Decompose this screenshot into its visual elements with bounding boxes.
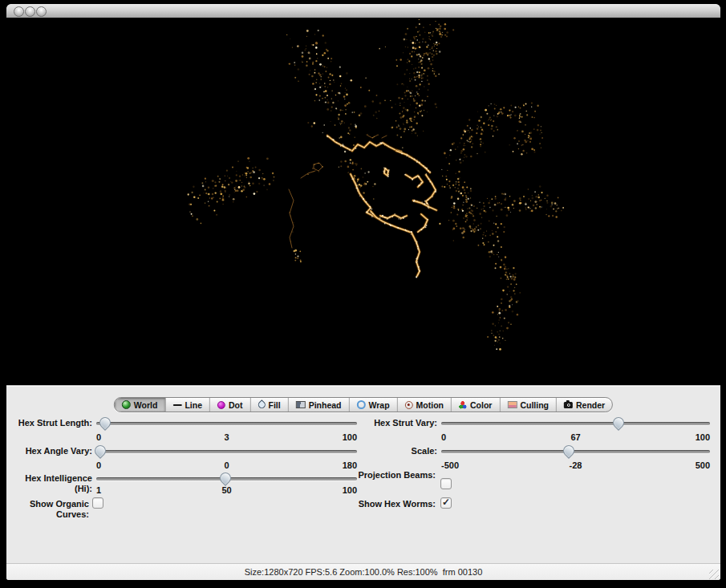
hex-angle-vary-label: Hex Angle Vary: bbox=[6, 446, 92, 456]
tab-label: Render bbox=[576, 400, 605, 410]
slider-max: 180 bbox=[96, 460, 357, 470]
tab-line[interactable]: Line bbox=[165, 398, 210, 412]
hex-strut-vary-slider[interactable] bbox=[441, 422, 710, 425]
projection-beams-checkbox[interactable] bbox=[440, 478, 452, 489]
projection-beams-label: Projection Beams: bbox=[243, 470, 436, 481]
slider-max: 100 bbox=[96, 485, 357, 495]
tab-color[interactable]: Color bbox=[452, 398, 500, 412]
tab-culling[interactable]: Culling bbox=[500, 398, 557, 412]
show-organic-curves-label: Show Organic Curves: bbox=[6, 499, 89, 509]
tab-label: Line bbox=[185, 400, 202, 410]
app-window: World Line Dot Fill Pinhead Wrap bbox=[6, 4, 720, 580]
tab-label: Color bbox=[470, 400, 492, 410]
photo-icon bbox=[296, 401, 306, 408]
tab-label: Fill bbox=[268, 400, 280, 410]
scale-label: Scale: bbox=[243, 446, 437, 456]
ring-icon bbox=[357, 400, 366, 409]
show-hex-worms-label: Show Hex Worms: bbox=[243, 499, 436, 509]
tab-label: World bbox=[134, 400, 158, 410]
tab-render[interactable]: Render bbox=[557, 398, 612, 412]
tab-wrap[interactable]: Wrap bbox=[350, 398, 398, 412]
hex-intelligence-label: Hex Intelligence (Hi): bbox=[6, 473, 92, 484]
hex-strut-vary-label: Hex Strut Vary: bbox=[243, 418, 437, 428]
line-icon bbox=[172, 404, 181, 406]
tab-dot[interactable]: Dot bbox=[210, 398, 251, 412]
dot-icon bbox=[217, 401, 225, 409]
hex-strut-length-label: Hex Strut Length: bbox=[6, 418, 92, 428]
mode-tab-bar: World Line Dot Fill Pinhead Wrap bbox=[114, 397, 613, 412]
slider-max: 100 bbox=[96, 432, 357, 442]
tab-label: Culling bbox=[520, 400, 549, 410]
tab-label: Dot bbox=[229, 400, 243, 410]
zoom-button[interactable] bbox=[36, 6, 47, 17]
status-text: Size:1280x720 FPS:5.6 Zoom:100.0% Res:10… bbox=[245, 567, 483, 577]
scale-slider[interactable] bbox=[441, 450, 710, 453]
camera-icon bbox=[564, 402, 573, 408]
tab-label: Wrap bbox=[369, 400, 390, 410]
tab-world[interactable]: World bbox=[115, 398, 166, 412]
slider-max: 100 bbox=[441, 432, 710, 442]
tab-fill[interactable]: Fill bbox=[250, 398, 288, 412]
droplet-icon bbox=[257, 399, 267, 410]
close-button[interactable] bbox=[14, 6, 24, 17]
render-viewport[interactable] bbox=[6, 18, 720, 385]
tab-pinhead[interactable]: Pinhead bbox=[289, 398, 350, 412]
slider-max: 500 bbox=[441, 460, 710, 470]
image-icon bbox=[507, 401, 517, 408]
rgb-icon bbox=[459, 401, 467, 409]
globe-icon bbox=[122, 400, 131, 409]
status-bar: Size:1280x720 FPS:5.6 Zoom:100.0% Res:10… bbox=[6, 563, 720, 580]
title-bar[interactable] bbox=[6, 4, 720, 18]
screen-background: World Line Dot Fill Pinhead Wrap bbox=[0, 0, 726, 588]
show-hex-worms-checkbox[interactable]: ✓ bbox=[440, 497, 452, 509]
resize-grip[interactable] bbox=[709, 570, 719, 579]
tab-motion[interactable]: Motion bbox=[398, 398, 452, 412]
show-organic-curves-checkbox[interactable] bbox=[92, 497, 103, 509]
tab-label: Pinhead bbox=[309, 400, 342, 410]
tab-label: Motion bbox=[416, 400, 444, 410]
target-icon bbox=[405, 401, 413, 409]
minimize-button[interactable] bbox=[25, 6, 35, 17]
